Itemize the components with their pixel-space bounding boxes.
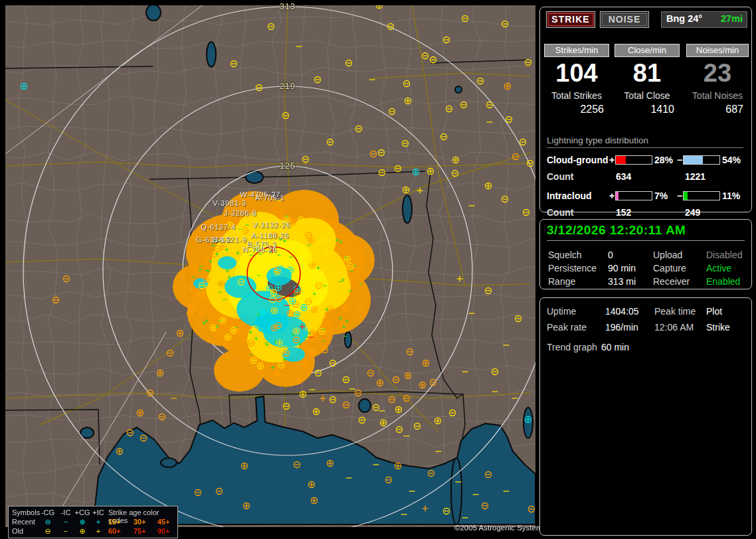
storm-cell-label: A-705-1 xyxy=(255,194,284,202)
minus-sign: − xyxy=(677,191,682,201)
minus-icon: − xyxy=(58,527,74,535)
persistence-value: 90 min xyxy=(608,263,636,273)
close-per-min-button[interactable]: Close/min xyxy=(614,44,680,57)
datetime-display: 3/12/2026 12:20:11 AM xyxy=(547,223,745,241)
age-code-15: 15+ xyxy=(108,518,132,526)
plot-label: Plot xyxy=(706,306,722,317)
nexstorm-window: 125219313W-4705-27A-705-1V-3981-3J-3286-… xyxy=(0,0,756,539)
cloud-ground-label: Cloud-ground xyxy=(547,155,609,165)
trend-window-value: 60 min xyxy=(601,342,629,352)
strike-legend: Symbols -CG -IC +CG +IC Strike age color… xyxy=(8,506,178,538)
legend-old-label: Old xyxy=(12,527,43,535)
uptime-row: Uptime 1404:05 Peak time Plot xyxy=(540,306,751,319)
plus-icon: + xyxy=(91,527,106,535)
close-rate-value: 81 xyxy=(614,58,680,88)
age-code-75: 75+ xyxy=(134,527,157,535)
total-close-label: Total Close xyxy=(614,90,680,101)
trend-graph-canvas xyxy=(543,354,750,532)
minus-sign: − xyxy=(677,155,682,165)
upload-label: Upload xyxy=(653,250,682,260)
receiver-value: Enabled xyxy=(706,276,740,287)
peak-time-value: 12:06 AM xyxy=(654,322,694,333)
storm-cell-label: A-1188-26 xyxy=(251,232,289,240)
count-label: Count xyxy=(547,207,573,218)
noises-per-min-button[interactable]: Noises/min xyxy=(686,44,749,57)
legend-header-row: Symbols -CG -IC +CG +IC Strike age color… xyxy=(9,508,177,518)
ic-positive-bar xyxy=(615,191,652,200)
intracloud-row: Intracloud + 7% − 11% xyxy=(540,191,751,202)
noises-rate-value: 23 xyxy=(686,58,749,88)
legend-recent-row: Recent ⊖ − ⊕ + 15+ 30+ 45+ xyxy=(9,518,177,527)
storm-cell-label: Q-6137-4 xyxy=(201,223,236,231)
circle-minus-icon: ⊖ xyxy=(39,527,56,536)
cg-positive-bar xyxy=(615,155,652,165)
range-value: 313 mi xyxy=(608,276,636,287)
map-canvas[interactable] xyxy=(5,5,535,527)
ic-negative-bar xyxy=(683,191,720,200)
age-code-30: 30+ xyxy=(134,518,157,526)
total-close-value: 1410 xyxy=(614,104,680,116)
copyright-text: ©2005 Astrogenic Systems xyxy=(454,524,546,532)
cg-negative-bar xyxy=(683,155,720,165)
trend-graph-row: Trend graph 60 min xyxy=(540,342,751,355)
legend-old-row: Old ⊖ − ⊕ + 60+ 75+ 90+ xyxy=(9,527,177,536)
trend-graph-label: Trend graph xyxy=(547,342,597,352)
squelch-value: 0 xyxy=(608,250,613,260)
uptime-value: 1404:05 xyxy=(605,306,639,317)
intracloud-label: Intracloud xyxy=(547,191,592,201)
ic-negative-pct: 11% xyxy=(722,191,740,201)
ic-negative-count: 249 xyxy=(685,207,700,218)
legend-pos-ic-header: +IC xyxy=(91,508,106,516)
uptime-label: Uptime xyxy=(547,306,576,317)
storm-cell-label: N-798-26 xyxy=(242,246,277,254)
bearing-distance: 27mi xyxy=(721,13,743,24)
capture-label: Capture xyxy=(653,263,686,273)
stats-panel: STRIKE NOISE Bng 24° 27mi Strikes/min 10… xyxy=(539,7,752,212)
peak-rate-value: 196/min xyxy=(605,322,638,333)
total-noises-value: 687 xyxy=(686,104,749,116)
plot-mode-value: Strike xyxy=(706,322,730,333)
age-code-45: 45+ xyxy=(157,518,177,526)
cg-positive-count: 634 xyxy=(616,171,631,182)
circle-plus-icon: ⊕ xyxy=(74,518,91,526)
strike-toggle-button[interactable]: STRIKE xyxy=(546,11,595,28)
legend-neg-cg-header: -CG xyxy=(39,508,56,516)
circle-minus-icon: ⊖ xyxy=(39,518,56,526)
total-strikes-label: Total Strikes xyxy=(544,90,609,101)
age-code-90: 90+ xyxy=(157,527,177,535)
age-code-60: 60+ xyxy=(108,527,132,535)
noise-toggle-button[interactable]: NOISE xyxy=(600,11,649,28)
intracloud-count-row: Count 152 249 xyxy=(540,207,751,218)
range-label: Range xyxy=(548,276,575,287)
cloud-ground-count-row: Count 634 1221 xyxy=(540,171,751,183)
circle-plus-icon: ⊕ xyxy=(74,527,91,536)
peak-time-label: Peak time xyxy=(654,306,696,317)
status-row: Range 313 mi Receiver Enabled xyxy=(540,276,751,289)
range-ring-label: 313 xyxy=(280,2,296,11)
storm-cell-label: B-1521-9 xyxy=(213,236,246,244)
legend-symbols-header: Symbols xyxy=(12,508,43,516)
total-strikes-value: 2256 xyxy=(544,104,609,116)
status-row: Squelch 0 Upload Disabled xyxy=(540,250,751,263)
squelch-label: Squelch xyxy=(548,250,582,260)
storm-cell-label: V-3132-26 xyxy=(252,221,291,229)
lightning-map[interactable]: 125219313W-4705-27A-705-1V-3981-3J-3286-… xyxy=(5,5,535,527)
plus-sign: + xyxy=(609,155,614,165)
distribution-title: Lightning type distribution xyxy=(547,135,743,148)
status-row: Persistence 90 min Capture Active xyxy=(540,263,751,276)
cg-negative-pct: 54% xyxy=(722,155,741,165)
receiver-label: Receiver xyxy=(653,276,690,287)
peak-rate-row: Peak rate 196/min 12:06 AM Strike xyxy=(540,322,751,335)
capture-value: Active xyxy=(706,263,731,273)
strikes-column: Strikes/min 104 Total Strikes 2256 xyxy=(544,44,609,116)
session-panel: Uptime 1404:05 Peak time Plot Peak rate … xyxy=(539,297,752,536)
minus-icon: − xyxy=(58,518,74,526)
cg-positive-pct: 28% xyxy=(654,155,673,165)
bearing-readout: Bng 24° 27mi xyxy=(661,11,747,28)
range-ring-label: 125 xyxy=(280,161,296,171)
plus-sign: + xyxy=(609,191,614,201)
legend-recent-label: Recent xyxy=(12,518,43,526)
total-noises-label: Total Noises xyxy=(686,90,749,101)
strikes-per-min-button[interactable]: Strikes/min xyxy=(544,44,609,57)
count-label: Count xyxy=(547,171,573,182)
